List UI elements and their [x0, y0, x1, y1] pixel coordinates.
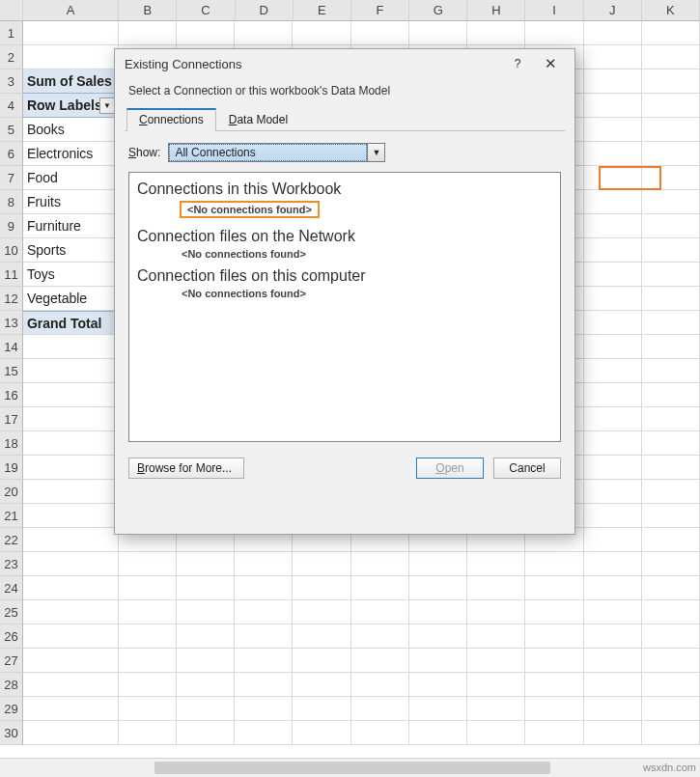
cell[interactable] [409, 649, 467, 673]
cell[interactable] [351, 600, 409, 624]
cell[interactable] [642, 552, 700, 576]
cell[interactable] [584, 576, 642, 600]
cell[interactable] [467, 600, 525, 624]
cell[interactable] [409, 721, 467, 745]
row-header[interactable]: 14 [0, 335, 23, 359]
cell[interactable] [525, 697, 583, 721]
row-header[interactable]: 29 [0, 697, 23, 721]
cell[interactable] [409, 600, 467, 624]
cell[interactable]: Books [23, 118, 119, 142]
cell[interactable] [467, 576, 525, 600]
cell[interactable] [642, 69, 700, 94]
cell[interactable] [177, 649, 235, 673]
cell[interactable] [351, 673, 409, 697]
cell[interactable] [642, 407, 700, 431]
cell[interactable] [584, 311, 642, 335]
cell[interactable] [177, 21, 235, 45]
cell[interactable] [584, 21, 642, 45]
cell[interactable] [642, 118, 700, 142]
cell[interactable] [584, 118, 642, 142]
cell[interactable] [584, 335, 642, 359]
row-header[interactable]: 20 [0, 480, 23, 504]
cell[interactable] [642, 697, 700, 721]
row-header[interactable]: 13 [0, 311, 23, 335]
cell[interactable] [584, 287, 642, 311]
cell[interactable] [293, 600, 350, 624]
cell[interactable] [642, 456, 700, 480]
cell[interactable] [119, 697, 177, 721]
chevron-down-icon[interactable]: ▼ [367, 144, 384, 161]
cell[interactable] [584, 263, 642, 287]
cell[interactable] [584, 383, 642, 407]
cell[interactable] [642, 480, 700, 504]
row-header[interactable]: 25 [0, 600, 23, 624]
cell[interactable] [584, 359, 642, 383]
cell[interactable] [525, 600, 583, 624]
cell[interactable] [23, 552, 119, 576]
cell[interactable] [642, 214, 700, 238]
cell[interactable] [351, 649, 409, 673]
cell[interactable] [23, 21, 119, 45]
cell[interactable] [409, 576, 467, 600]
cell[interactable] [235, 721, 293, 745]
cell[interactable] [23, 673, 119, 697]
cell[interactable] [584, 600, 642, 624]
row-header[interactable]: 27 [0, 649, 23, 673]
cell[interactable] [351, 552, 409, 576]
cell[interactable] [293, 721, 350, 745]
cell[interactable] [23, 697, 119, 721]
cell[interactable] [293, 697, 350, 721]
cell[interactable] [525, 673, 583, 697]
cell[interactable] [293, 21, 350, 45]
cell[interactable] [23, 649, 119, 673]
cell[interactable] [235, 649, 293, 673]
cell[interactable] [119, 600, 177, 624]
cell[interactable] [293, 649, 350, 673]
cell[interactable] [584, 431, 642, 456]
cell[interactable] [119, 576, 177, 600]
cell[interactable] [642, 238, 700, 263]
cell[interactable] [409, 697, 467, 721]
cell[interactable] [119, 673, 177, 697]
row-header[interactable]: 8 [0, 190, 23, 214]
column-header[interactable]: C [177, 0, 235, 21]
cell[interactable] [235, 21, 293, 45]
cell[interactable] [409, 673, 467, 697]
cell[interactable] [293, 576, 350, 600]
open-button[interactable]: Open [416, 458, 484, 479]
cell[interactable] [23, 456, 119, 480]
column-header[interactable]: A [23, 0, 119, 21]
cell[interactable] [235, 600, 293, 624]
row-header[interactable]: 23 [0, 552, 23, 576]
cell[interactable] [642, 263, 700, 287]
cell[interactable] [642, 190, 700, 214]
tab-connections[interactable]: Connections [126, 108, 216, 131]
cell[interactable] [235, 697, 293, 721]
cell[interactable] [409, 552, 467, 576]
row-header[interactable]: 11 [0, 263, 23, 287]
browse-button[interactable]: Browse for More... [128, 458, 244, 479]
cell[interactable] [584, 552, 642, 576]
cell[interactable] [642, 649, 700, 673]
row-header[interactable]: 5 [0, 118, 23, 142]
cell[interactable] [525, 649, 583, 673]
cell[interactable] [642, 721, 700, 745]
cell[interactable] [23, 624, 119, 649]
cell[interactable] [177, 600, 235, 624]
cell[interactable] [23, 721, 119, 745]
cell[interactable] [642, 600, 700, 624]
cell[interactable] [584, 456, 642, 480]
cell[interactable] [119, 552, 177, 576]
cell[interactable] [409, 21, 467, 45]
cell[interactable] [584, 697, 642, 721]
row-header[interactable]: 3 [0, 69, 23, 94]
cell[interactable]: Sum of Sales [23, 69, 119, 94]
cell[interactable] [584, 673, 642, 697]
column-header[interactable]: D [236, 0, 294, 21]
cell[interactable] [351, 624, 409, 649]
column-header[interactable]: H [467, 0, 525, 21]
cell[interactable] [467, 673, 525, 697]
row-header[interactable]: 7 [0, 166, 23, 190]
cell[interactable] [351, 576, 409, 600]
tab-data-model[interactable]: Data Model [216, 108, 300, 131]
